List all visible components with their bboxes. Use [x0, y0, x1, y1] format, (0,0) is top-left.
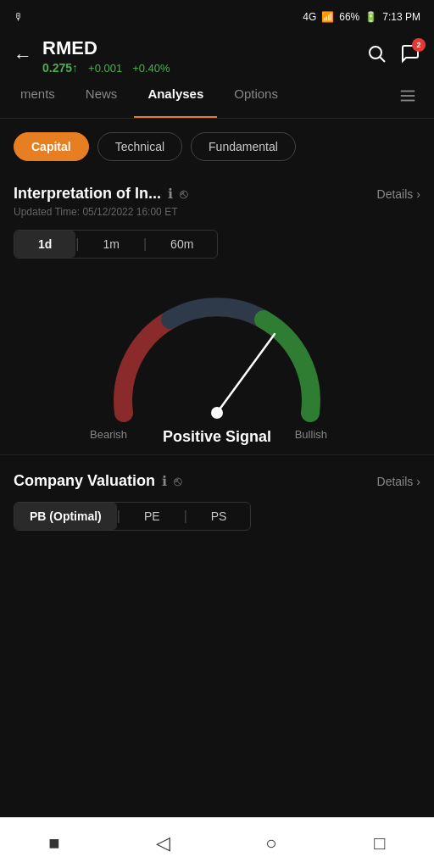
svg-line-5: [217, 334, 275, 413]
company-valuation-section: Company Valuation ℹ ⎋ Details › PB (Opti…: [0, 454, 434, 541]
price-pct: +0.40%: [132, 62, 170, 75]
price-main: 0.275↑: [42, 61, 78, 75]
time-periods: 1d | 1m | 60m: [14, 230, 218, 259]
svg-line-1: [381, 58, 386, 63]
battery-pct: 66%: [339, 11, 359, 23]
valuation-tab-pb[interactable]: PB (Optimal): [14, 503, 117, 530]
status-left-icon: 🎙: [14, 11, 24, 23]
search-button[interactable]: [366, 43, 387, 69]
company-share-icon[interactable]: ⎋: [174, 474, 182, 489]
pill-technical[interactable]: Technical: [97, 132, 182, 161]
home-button[interactable]: ○: [246, 826, 297, 860]
interpretation-header: Interpretation of In... ℹ ⎋ Details ›: [14, 185, 420, 203]
interpretation-title: Interpretation of In...: [14, 185, 161, 203]
gauge-wrapper: Bearish Bullish: [90, 286, 344, 421]
bottom-nav: ■ ◁ ○ □: [0, 817, 434, 868]
pill-fundamental[interactable]: Fundamental: [191, 132, 296, 161]
company-valuation-header: Company Valuation ℹ ⎋ Details ›: [14, 472, 420, 490]
header-icons: 2: [366, 43, 420, 69]
recents-button[interactable]: □: [354, 826, 405, 860]
header: ← RMED 0.275↑ +0.001 +0.40% 2: [0, 31, 434, 78]
status-bar: 🎙 4G 📶 66% 🔋 7:13 PM: [0, 0, 434, 31]
ticker-price-row: 0.275↑ +0.001 +0.40%: [42, 61, 356, 75]
stop-button[interactable]: ■: [29, 826, 80, 860]
message-badge: 2: [412, 38, 426, 52]
company-details-link[interactable]: Details ›: [377, 475, 420, 488]
back-nav-button[interactable]: ◁: [137, 826, 188, 860]
valuation-time-periods: PB (Optimal) | PE | PS: [14, 502, 251, 531]
filter-pills: Capital Technical Fundamental: [0, 119, 434, 168]
status-right: 4G 📶 66% 🔋 7:13 PM: [303, 11, 420, 23]
nav-menu-icon[interactable]: [388, 78, 427, 118]
tab-options[interactable]: Options: [220, 78, 292, 118]
back-button[interactable]: ←: [14, 45, 32, 67]
details-link[interactable]: Details ›: [377, 187, 420, 201]
gauge-section: Bearish Bullish Positive Signal: [0, 269, 434, 454]
bullish-label: Bullish: [295, 428, 327, 441]
price-change: +0.001: [88, 62, 122, 75]
tab-analyses[interactable]: Analyses: [134, 78, 217, 118]
bearish-label: Bearish: [90, 428, 127, 441]
svg-point-0: [370, 47, 381, 58]
tab-news[interactable]: News: [72, 78, 131, 118]
nav-tabs: ments News Analyses Options: [0, 78, 434, 119]
ticker-info: RMED 0.275↑ +0.001 +0.40%: [42, 37, 356, 75]
interpretation-section: Interpretation of In... ℹ ⎋ Details › Up…: [0, 168, 434, 269]
valuation-tabs: PB (Optimal) | PE | PS: [14, 502, 420, 531]
share-icon[interactable]: ⎋: [180, 186, 188, 202]
valuation-tab-pe[interactable]: PE: [120, 503, 184, 530]
pill-capital[interactable]: Capital: [14, 132, 89, 161]
gauge-labels: Bearish Bullish: [90, 428, 327, 441]
svg-point-6: [211, 407, 223, 419]
message-button[interactable]: 2: [400, 43, 420, 69]
valuation-tab-ps[interactable]: PS: [187, 503, 251, 530]
updated-time: Updated Time: 05/12/2022 16:00 ET: [14, 206, 420, 218]
time-btn-1d[interactable]: 1d: [14, 231, 75, 258]
battery-icon: 🔋: [364, 11, 377, 23]
tab-movements[interactable]: ments: [7, 78, 69, 118]
time-btn-60m[interactable]: 60m: [147, 231, 217, 258]
signal-4g: 4G: [303, 11, 316, 23]
company-info-icon[interactable]: ℹ: [162, 473, 167, 489]
time-btn-1m[interactable]: 1m: [80, 231, 143, 258]
signal-bars-icon: 📶: [321, 11, 334, 23]
gauge-svg: [90, 286, 344, 421]
time-display: 7:13 PM: [382, 11, 420, 23]
company-valuation-title: Company Valuation: [14, 472, 155, 490]
info-icon[interactable]: ℹ: [168, 186, 173, 202]
ticker-symbol: RMED: [42, 37, 356, 59]
